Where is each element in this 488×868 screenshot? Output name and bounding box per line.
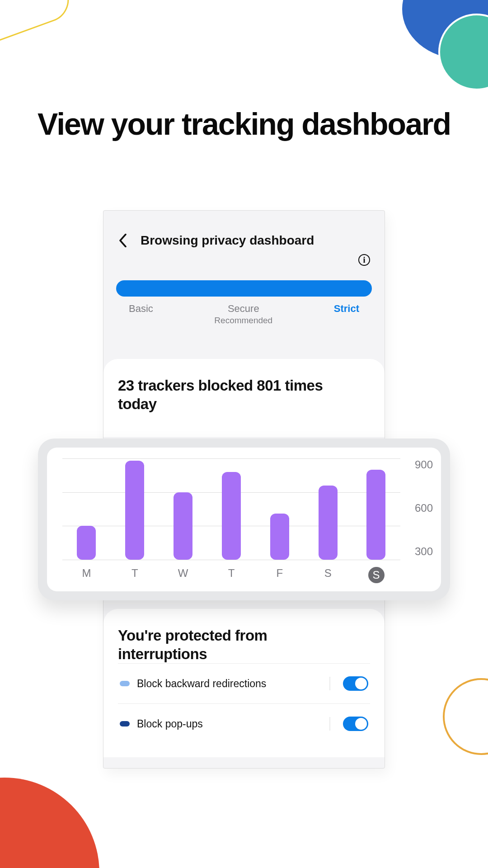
chart-y-axis: 900600300 [400, 458, 433, 560]
chart-bar[interactable] [270, 514, 289, 560]
privacy-level-basic-label: Basic [129, 303, 153, 315]
privacy-level-labels: Basic Secure Recommended Strict [116, 303, 372, 326]
chart-bar[interactable] [222, 472, 241, 560]
separator [329, 717, 330, 731]
protections-headline-line2: interruptions [118, 646, 207, 662]
chart-inner: 900600300 MTWTFSS [47, 448, 441, 591]
trackers-headline: 23 trackers blocked 801 times today [118, 376, 370, 414]
chart-bars-zone [62, 458, 400, 560]
decoration-top-left [0, 0, 75, 53]
protections-headline-line1: You're protected from [118, 627, 267, 644]
toggle-block-backward[interactable] [343, 676, 368, 691]
chart-x-tick[interactable]: S [304, 567, 352, 583]
chart-panel: 900600300 MTWTFSS [38, 439, 450, 600]
chart-area: 900600300 [62, 458, 433, 560]
popup-icon [120, 721, 130, 726]
chart-y-tick: 600 [415, 502, 433, 514]
privacy-level-basic[interactable]: Basic [129, 303, 153, 326]
chart-bars-row [62, 458, 400, 560]
chart-bar[interactable] [366, 470, 385, 560]
chart-x-tick[interactable]: W [159, 567, 207, 583]
chart-x-tick[interactable]: T [207, 567, 256, 583]
privacy-level-strict[interactable]: Strict [334, 303, 359, 326]
chart-x-tick[interactable]: S [352, 567, 400, 583]
decoration-right-ring [443, 678, 488, 755]
back-icon[interactable] [116, 234, 130, 247]
toggle-block-popups[interactable] [343, 717, 368, 731]
chart-bar[interactable] [319, 486, 338, 560]
privacy-level-strict-label: Strict [334, 303, 359, 315]
chart-x-tick[interactable]: F [255, 567, 304, 583]
setting-label: Block pop-ups [137, 718, 317, 730]
setting-label: Block backward redirections [137, 678, 317, 690]
chart-y-tick: 300 [415, 545, 433, 558]
separator [329, 677, 330, 690]
privacy-level-secure[interactable]: Secure Recommended [214, 303, 272, 326]
trackers-headline-line1: 23 trackers blocked 801 times [118, 377, 323, 394]
info-icon[interactable]: i [358, 254, 370, 266]
page-headline: View your tracking dashboard [0, 106, 488, 142]
privacy-level-section: i Basic Secure Recommended Strict [103, 252, 385, 348]
shield-icon [120, 681, 130, 686]
setting-block-popups[interactable]: Block pop-ups [118, 703, 370, 744]
chart-x-axis: MTWTFSS [62, 567, 433, 583]
chart-bar[interactable] [125, 461, 144, 560]
chart-y-tick: 900 [415, 458, 433, 471]
app-bar: Browsing privacy dashboard [103, 211, 385, 252]
chart-x-tick[interactable]: M [62, 567, 111, 583]
chart-bar[interactable] [77, 526, 96, 560]
gridline [62, 560, 400, 560]
trackers-card: 23 trackers blocked 801 times today [103, 359, 385, 437]
decoration-bottom-left [0, 778, 99, 868]
privacy-level-secure-sub: Recommended [214, 316, 272, 326]
chart-x-tick[interactable]: T [111, 567, 159, 583]
protections-card: You're protected from interruptions Bloc… [103, 609, 385, 758]
protections-headline: You're protected from interruptions [118, 626, 370, 664]
privacy-level-slider[interactable] [116, 280, 372, 297]
privacy-level-secure-label: Secure [214, 303, 272, 315]
trackers-headline-line2: today [118, 396, 157, 412]
chart-bar[interactable] [174, 492, 192, 560]
app-bar-title: Browsing privacy dashboard [141, 233, 314, 248]
setting-block-backward-redirections[interactable]: Block backward redirections [118, 663, 370, 703]
